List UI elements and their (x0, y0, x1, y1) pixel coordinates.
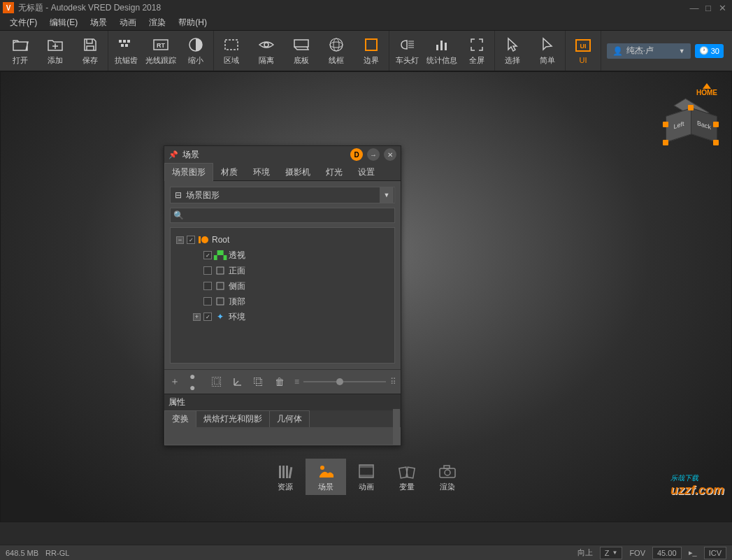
svg-rect-14 (366, 39, 377, 50)
zoomout-button[interactable]: 缩小 (178, 31, 213, 71)
film-icon (357, 462, 375, 480)
tree-node-side[interactable]: 侧面 (173, 278, 392, 294)
ui-toggle-button[interactable]: UIUI (566, 31, 601, 71)
svg-rect-8 (225, 40, 238, 50)
viewport[interactable]: HOME Left Back 📌 场景 D → ✕ 场景图形 材质 环境 摄影机… (0, 71, 732, 522)
scene-search-input[interactable]: 🔍 (170, 208, 395, 223)
save-button[interactable]: 保存 (73, 31, 108, 71)
tab-camera[interactable]: 摄影机 (278, 163, 318, 181)
tab-light[interactable]: 灯光 (318, 163, 350, 181)
simple-button[interactable]: 简单 (530, 31, 565, 71)
animation-button[interactable]: 动画 (346, 459, 387, 495)
menu-anim[interactable]: 动画 (114, 15, 142, 30)
scenegraph-combo[interactable]: ⊟ 场景图形 ▼ (170, 187, 395, 203)
tab-scenegraph[interactable]: 场景图形 (164, 163, 213, 181)
open-button[interactable]: 打开 (3, 31, 38, 71)
viewcube-home[interactable]: HOME (696, 83, 717, 96)
cube-icon (215, 280, 226, 292)
property-body (164, 427, 401, 445)
visibility-checkbox[interactable] (203, 313, 212, 321)
svg-rect-4 (125, 44, 128, 47)
fullscreen-button[interactable]: 全屏 (459, 31, 494, 71)
status-renderer: RR-GL (45, 549, 69, 557)
terminal-icon[interactable]: ▸_ (689, 548, 697, 557)
visibility-checkbox[interactable] (187, 236, 195, 244)
svg-rect-15 (436, 45, 438, 50)
trial-days-badge[interactable]: 🕐 30 (695, 44, 724, 58)
panel-toolbar: ＋ ● ● ⿴ ⿻ 🗑 ≡ ⠿ (164, 369, 401, 394)
pin-icon[interactable]: 📌 (168, 150, 178, 159)
tree-node-perspective[interactable]: ▞▚ 透视 (173, 247, 392, 263)
collapse-button[interactable]: − (176, 236, 184, 244)
minimize-button[interactable]: — (687, 3, 701, 13)
viewcube-left[interactable]: Left (666, 108, 692, 143)
folder-add-icon (47, 36, 64, 53)
stats-button[interactable]: 统计信息 (424, 31, 459, 71)
menu-file[interactable]: 文件(F) (4, 15, 43, 30)
assets-button[interactable]: 资源 (265, 459, 306, 495)
scene-panel-header[interactable]: 📌 场景 D → ✕ (164, 146, 401, 163)
status-axis[interactable]: Z▼ (600, 547, 623, 559)
menu-help[interactable]: 帮助(H) (173, 15, 213, 30)
svg-rect-17 (445, 43, 447, 50)
library-icon (276, 462, 294, 480)
dashed-rect-icon (223, 36, 240, 53)
svg-rect-22 (217, 298, 224, 305)
floor-button[interactable]: 底板 (284, 31, 319, 71)
close-button[interactable]: ✕ (715, 3, 729, 13)
panel-close-button[interactable]: ✕ (384, 148, 396, 161)
maximize-button[interactable]: □ (701, 3, 715, 13)
boundary-button[interactable]: 边界 (354, 31, 389, 71)
scrollbar[interactable] (393, 409, 400, 445)
panel-next-button[interactable]: → (367, 148, 380, 161)
tree-node-front[interactable]: 正面 (173, 263, 392, 278)
tree-node-top[interactable]: 顶部 (173, 294, 392, 309)
add-node-button[interactable]: ＋ (168, 375, 181, 388)
user-dropdown[interactable]: 👤 纯杰·卢 ▼ (607, 43, 691, 59)
status-memory: 648.5 MB (6, 549, 38, 557)
add-button[interactable]: 添加 (38, 31, 73, 71)
status-icv[interactable]: ICV (704, 547, 726, 559)
wireframe-button[interactable]: 线框 (319, 31, 354, 71)
zoom-slider[interactable] (303, 381, 386, 382)
scene-button[interactable]: 场景 (306, 459, 346, 495)
visibility-checkbox[interactable] (203, 251, 212, 259)
tab-geometry[interactable]: 几何体 (269, 410, 310, 427)
duplicate-button[interactable]: ● ● (189, 375, 202, 388)
menu-edit[interactable]: 编辑(E) (44, 15, 83, 30)
variants-button[interactable]: 变量 (387, 459, 427, 495)
svg-rect-29 (359, 465, 373, 468)
raytrace-button[interactable]: RT光线跟踪 (143, 31, 178, 71)
camera-icon (438, 462, 457, 480)
menu-scene[interactable]: 场景 (85, 15, 113, 30)
raytrace-icon: RT (152, 36, 169, 53)
panel-d-button[interactable]: D (350, 148, 363, 161)
tab-bake[interactable]: 烘焙灯光和阴影 (196, 410, 270, 427)
tab-settings[interactable]: 设置 (350, 163, 382, 181)
svg-rect-16 (440, 41, 443, 50)
status-fov-input[interactable]: 45.00 (652, 547, 682, 559)
search-icon: 🔍 (173, 210, 184, 220)
region-button[interactable]: 区域 (214, 31, 249, 71)
select-button[interactable]: 选择 (495, 31, 530, 71)
tab-material[interactable]: 材质 (213, 163, 245, 181)
cursor-icon (504, 36, 521, 53)
copy-button[interactable]: ⿻ (252, 375, 265, 388)
tree-node-environment[interactable]: + ✦ 环境 (173, 309, 392, 324)
delete-button[interactable]: 🗑 (273, 375, 286, 388)
group-button[interactable]: ⿴ (210, 375, 223, 388)
antialias-button[interactable]: 抗锯齿 (108, 31, 143, 71)
visibility-checkbox[interactable] (203, 266, 212, 275)
tab-transform[interactable]: 变换 (164, 410, 196, 427)
expand-button[interactable]: + (193, 313, 201, 321)
menu-render[interactable]: 渲染 (143, 15, 171, 30)
render-button[interactable]: 渲染 (427, 459, 468, 495)
tree-root[interactable]: − Root (173, 232, 392, 247)
headlight-button[interactable]: 车头灯 (389, 31, 424, 71)
isolate-button[interactable]: 隔离 (249, 31, 284, 71)
axis-button[interactable] (231, 375, 244, 388)
viewcube[interactable]: HOME Left Back (661, 83, 717, 148)
visibility-checkbox[interactable] (203, 297, 212, 306)
tab-environment[interactable]: 环境 (245, 163, 278, 181)
visibility-checkbox[interactable] (203, 282, 212, 290)
